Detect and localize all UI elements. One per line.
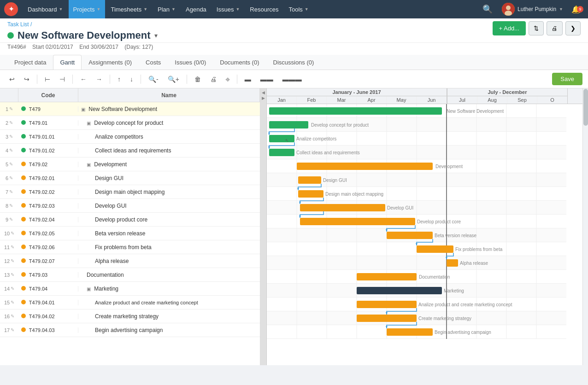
- breadcrumb[interactable]: Task List /: [7, 21, 493, 29]
- view-toggle-2[interactable]: ▬▬: [257, 73, 277, 85]
- edit-icon[interactable]: ✎: [9, 106, 13, 111]
- gantt-bar-row15[interactable]: [357, 301, 417, 308]
- gantt-bar-row14[interactable]: [357, 287, 442, 294]
- zoom-out-button[interactable]: 🔍-: [145, 73, 162, 85]
- tab-assignments[interactable]: Assignments (0): [82, 55, 139, 70]
- edit-icon[interactable]: ✎: [9, 203, 13, 208]
- nav-dashboard[interactable]: Dashboard ▼: [23, 0, 68, 18]
- export-button[interactable]: ⎆: [222, 73, 233, 85]
- tab-discussions[interactable]: Discussions (0): [266, 55, 321, 70]
- scroll-left-icon[interactable]: ◀: [262, 90, 265, 95]
- collapse-button[interactable]: ❯: [565, 21, 581, 35]
- scrollbar-thumb[interactable]: [583, 89, 588, 126]
- month-mar: Mar: [327, 96, 357, 104]
- month-oct: O: [537, 96, 567, 104]
- svg-text:Fix problems from beta: Fix problems from beta: [455, 247, 503, 252]
- edit-icon[interactable]: ✎: [9, 134, 13, 139]
- tab-project-data[interactable]: Project data: [7, 55, 53, 70]
- print-button[interactable]: 🖨: [547, 21, 563, 35]
- edit-icon[interactable]: ✎: [11, 245, 14, 250]
- gantt-bar-row13[interactable]: [357, 273, 417, 280]
- edit-icon[interactable]: ✎: [9, 148, 13, 153]
- move-left-button[interactable]: ←: [76, 73, 90, 85]
- indent-left-button[interactable]: ⊢: [41, 73, 54, 85]
- user-menu[interactable]: Luther Pumpkin ▼: [498, 3, 567, 16]
- svg-text:Design main object mapping: Design main object mapping: [325, 192, 383, 197]
- gantt-bar-row7[interactable]: [298, 190, 323, 198]
- expand-icon[interactable]: ▣: [81, 107, 85, 112]
- gantt-bar-row3[interactable]: [269, 135, 294, 142]
- tab-issues[interactable]: Issues (0/0): [168, 55, 213, 70]
- edit-icon[interactable]: ✎: [9, 217, 13, 222]
- search-icon[interactable]: 🔍: [478, 4, 497, 14]
- row-code: T479.02.07: [18, 258, 78, 264]
- status-dot: [21, 203, 26, 208]
- edit-icon[interactable]: ✎: [11, 300, 14, 305]
- edit-icon[interactable]: ✎: [11, 314, 14, 319]
- gantt-bar-row8[interactable]: [300, 204, 385, 211]
- edit-icon[interactable]: ✎: [9, 189, 13, 194]
- nav-resources[interactable]: Resources: [245, 0, 283, 18]
- table-row: 5 ✎ T479.02 ▣ Development: [0, 158, 260, 171]
- move-down-button[interactable]: ↓: [126, 73, 137, 85]
- tab-costs[interactable]: Costs: [139, 55, 168, 70]
- gantt-bar-row6[interactable]: [298, 176, 321, 184]
- tab-documents[interactable]: Documents (0): [213, 55, 266, 70]
- nav-tools[interactable]: Tools ▼: [284, 0, 313, 18]
- move-right-button[interactable]: →: [92, 73, 106, 85]
- gantt-divider[interactable]: ◀ ▶: [260, 88, 267, 365]
- edit-icon[interactable]: ✎: [11, 231, 14, 236]
- edit-icon[interactable]: ✎: [11, 258, 14, 263]
- nav-issues[interactable]: Issues ▼: [212, 0, 245, 18]
- expand-icon[interactable]: ▣: [87, 286, 91, 292]
- gantt-bar-row17[interactable]: [387, 328, 433, 336]
- vertical-scrollbar[interactable]: [582, 88, 588, 365]
- row-code: T479.02.05: [18, 231, 78, 236]
- expand-icon[interactable]: ▣: [87, 162, 91, 167]
- edit-icon[interactable]: ✎: [11, 327, 14, 332]
- zoom-in-button[interactable]: 🔍+: [164, 73, 183, 85]
- save-button[interactable]: Save: [552, 73, 582, 85]
- edit-icon[interactable]: ✎: [11, 286, 14, 291]
- edit-icon[interactable]: ✎: [9, 120, 13, 125]
- add-button[interactable]: + Add...: [493, 21, 526, 35]
- print-button[interactable]: 🖨: [206, 73, 220, 85]
- undo-button[interactable]: ↩: [6, 73, 18, 85]
- nav-agenda[interactable]: Agenda: [181, 0, 211, 18]
- row-name: Alpha release: [78, 258, 260, 264]
- nav-timesheets[interactable]: Timesheets ▼: [106, 0, 152, 18]
- tab-gantt[interactable]: Gantt: [53, 55, 82, 70]
- gantt-bar-row11[interactable]: [417, 245, 453, 253]
- gantt-bar-row16[interactable]: [357, 315, 417, 322]
- gantt-bar-row2[interactable]: [269, 121, 308, 128]
- gantt-bar-row9[interactable]: [300, 218, 415, 225]
- gantt-bar-row12[interactable]: [447, 259, 458, 267]
- gantt-bar-row10[interactable]: [387, 232, 433, 239]
- edit-icon[interactable]: ✎: [11, 272, 14, 277]
- redo-button[interactable]: ↪: [20, 73, 33, 85]
- svg-marker-34: [297, 188, 299, 190]
- gantt-bar-row5[interactable]: [297, 163, 433, 170]
- view-toggle-3[interactable]: ▬▬▬: [279, 73, 306, 85]
- nav-plan[interactable]: Plan ▼: [153, 0, 180, 18]
- row-code: T479.01.02: [18, 148, 78, 153]
- edit-icon[interactable]: ✎: [9, 175, 13, 181]
- gantt-chart-area[interactable]: January - June 2017 Jan Feb Mar Apr May …: [267, 88, 582, 365]
- indent-right-button[interactable]: ⊣: [56, 73, 69, 85]
- svg-text:Begin advertising campaign: Begin advertising campaign: [435, 330, 491, 335]
- nav-projects[interactable]: Projects ▼: [69, 0, 106, 18]
- sort-button[interactable]: ⇅: [529, 21, 544, 35]
- logo[interactable]: ✦: [4, 2, 18, 17]
- move-up-button[interactable]: ↑: [114, 73, 124, 85]
- gantt-bar-row4[interactable]: [269, 149, 294, 156]
- gantt-bar-row1[interactable]: [269, 107, 442, 115]
- delete-button[interactable]: 🗑: [191, 73, 205, 85]
- chevron-down-icon[interactable]: ▾: [154, 32, 158, 39]
- toolbar-separator-1: [37, 75, 37, 84]
- notifications-bell[interactable]: 🔔 9: [568, 5, 584, 14]
- view-toggle-1[interactable]: ▬: [241, 73, 255, 85]
- time-section-label-2: July - December: [447, 88, 567, 96]
- edit-icon[interactable]: ✎: [9, 162, 13, 167]
- expand-icon[interactable]: ▣: [87, 121, 91, 126]
- scroll-right-icon[interactable]: ▶: [262, 96, 265, 100]
